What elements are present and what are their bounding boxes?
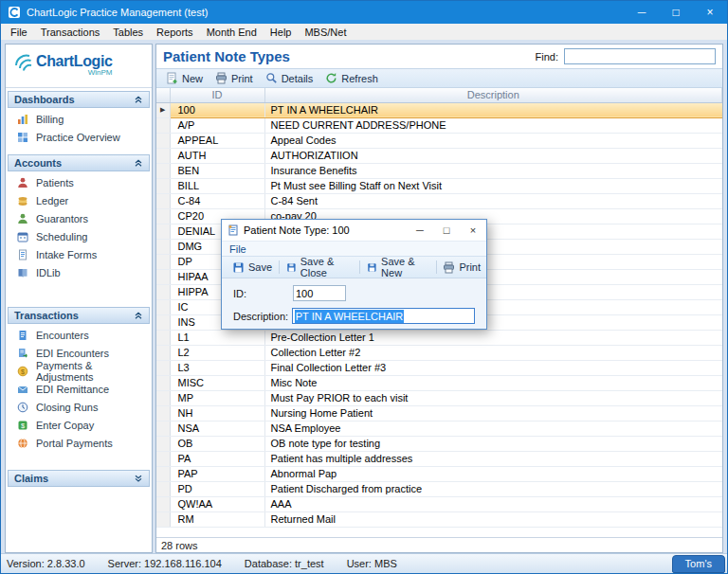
minimize-icon[interactable]: ─ — [625, 1, 659, 24]
id-input[interactable]: 100 — [293, 285, 346, 301]
cell-id[interactable]: BILL — [170, 178, 264, 193]
details-button[interactable]: Details — [261, 71, 321, 85]
cell-description[interactable]: AAA — [264, 496, 722, 511]
menu-file[interactable]: File — [4, 27, 34, 38]
table-row[interactable]: PAPAbnormal Pap — [156, 466, 722, 481]
table-row[interactable]: NSANSA Employee — [156, 421, 722, 436]
maximize-icon[interactable]: □ — [659, 1, 693, 24]
cell-id[interactable]: NSA — [170, 421, 264, 436]
menu-mbsnet[interactable]: MBS/Net — [298, 27, 353, 38]
dialog-print-button[interactable]: Print — [437, 261, 486, 274]
cell-description[interactable]: Collection Letter #2 — [264, 345, 722, 360]
table-row[interactable]: APPEALAppeal Codes — [156, 133, 722, 148]
sidebar-item-enter-copay[interactable]: $ Enter Copay — [6, 416, 152, 434]
close-icon[interactable]: × — [693, 1, 727, 24]
cell-id[interactable]: PD — [170, 481, 264, 496]
sidebar-section-dashboards[interactable]: Dashboards — [8, 91, 150, 108]
cell-description[interactable]: Returned Mail — [264, 511, 722, 527]
sidebar-item-idlib[interactable]: IDLib — [6, 263, 152, 281]
column-header-id[interactable]: ID — [170, 88, 264, 102]
cell-id[interactable]: C-84 — [170, 193, 264, 208]
new-button[interactable]: New — [161, 71, 210, 85]
cell-description[interactable]: Final Collection Letter #3 — [264, 360, 722, 375]
menu-tables[interactable]: Tables — [106, 27, 150, 38]
table-row[interactable]: AUTHAUTHORIZATIION — [156, 148, 722, 163]
sidebar-section-transactions[interactable]: Transactions — [8, 307, 150, 324]
cell-id[interactable]: APPEAL — [170, 133, 264, 148]
cell-description[interactable]: Patient Discharged from practice — [264, 481, 722, 496]
cell-description[interactable]: NEED CURRENT ADDRESS/PHONE — [264, 117, 722, 133]
cell-id[interactable]: QW!AA — [170, 496, 264, 511]
cell-id[interactable]: L3 — [170, 360, 264, 375]
table-row[interactable]: OBOB note type for testing — [156, 436, 722, 451]
table-row[interactable]: RMReturned Mail — [156, 511, 722, 527]
menu-transactions[interactable]: Transactions — [34, 27, 107, 38]
sidebar-item-scheduling[interactable]: Scheduling — [6, 227, 152, 245]
sidebar-item-edi-remittance[interactable]: EDI Remittance — [6, 380, 152, 398]
cell-id[interactable]: MP — [170, 390, 264, 405]
table-row[interactable]: BILLPt Must see Billing Staff on Next Vi… — [156, 178, 722, 193]
cell-description[interactable]: Pt Must see Billing Staff on Next Visit — [264, 178, 722, 193]
table-row[interactable]: A/PNEED CURRENT ADDRESS/PHONE — [156, 117, 722, 133]
table-row[interactable]: PDPatient Discharged from practice — [156, 481, 722, 496]
refresh-button[interactable]: Refresh — [320, 71, 386, 85]
sidebar-item-patients[interactable]: Patients — [6, 173, 152, 191]
description-input[interactable]: PT IN A WHEELCHAIR — [292, 308, 475, 324]
cell-description[interactable]: NSA Employee — [264, 421, 722, 436]
sidebar-item-intake-forms[interactable]: Intake Forms — [6, 245, 152, 263]
sidebar-section-claims[interactable]: Claims — [8, 470, 150, 487]
table-row[interactable]: PAPatient has multiple addresses — [156, 451, 722, 466]
cell-id[interactable]: A/P — [170, 117, 264, 133]
cell-description[interactable]: Abnormal Pap — [264, 466, 722, 481]
sidebar-item-practice-overview[interactable]: Practice Overview — [6, 128, 152, 146]
sidebar-item-portal-payments[interactable]: Portal Payments — [6, 434, 152, 452]
cell-id[interactable]: PA — [170, 451, 264, 466]
cell-description[interactable]: AUTHORIZATIION — [264, 148, 722, 163]
cell-description[interactable]: Must Pay PRIOR to each visit — [264, 390, 722, 405]
cell-description[interactable]: OB note type for testing — [264, 436, 722, 451]
dialog-close-icon[interactable]: × — [460, 220, 486, 241]
table-row[interactable]: NHNursing Home Patient — [156, 405, 722, 421]
menu-help[interactable]: Help — [264, 27, 299, 38]
sidebar-section-accounts[interactable]: Accounts — [8, 154, 150, 171]
table-row[interactable]: MPMust Pay PRIOR to each visit — [156, 390, 722, 405]
title-bar[interactable]: ChartLogic Practice Management (test) ─ … — [1, 1, 727, 24]
print-button[interactable]: Print — [210, 71, 261, 85]
cell-id[interactable]: 100 — [170, 102, 264, 117]
dialog-menu-file[interactable]: File — [229, 243, 246, 255]
cell-description[interactable]: Nursing Home Patient — [264, 405, 722, 421]
table-row[interactable]: C-84C-84 Sent — [156, 193, 722, 208]
cell-id[interactable]: AUTH — [170, 148, 264, 163]
cell-description[interactable]: C-84 Sent — [264, 193, 722, 208]
sidebar-item-closing-runs[interactable]: Closing Runs — [6, 398, 152, 416]
dialog-maximize-icon[interactable]: □ — [433, 220, 460, 241]
sidebar-item-guarantors[interactable]: Guarantors — [6, 209, 152, 227]
menu-reports[interactable]: Reports — [150, 27, 200, 38]
column-header-description[interactable]: Description — [264, 88, 722, 102]
cell-id[interactable]: BEN — [170, 163, 264, 178]
table-row[interactable]: L2Collection Letter #2 — [156, 345, 722, 360]
table-row[interactable]: ▶100PT IN A WHEELCHAIR — [156, 102, 722, 117]
sidebar-item-encounters[interactable]: Encounters — [6, 326, 152, 344]
cell-id[interactable]: NH — [170, 405, 264, 421]
sidebar-item-payments-adjustments[interactable]: $ Payments & Adjustments — [6, 362, 152, 380]
dialog-minimize-icon[interactable]: ─ — [407, 220, 433, 241]
sidebar-item-billing[interactable]: Billing — [6, 110, 152, 128]
cell-description[interactable]: Patient has multiple addresses — [264, 451, 722, 466]
save-and-new-button[interactable]: Save & New — [361, 256, 434, 278]
find-input[interactable] — [564, 48, 716, 64]
table-row[interactable]: MISCMisc Note — [156, 375, 722, 390]
cell-id[interactable]: PAP — [170, 466, 264, 481]
save-and-close-button[interactable]: Save & Close — [281, 256, 358, 278]
save-button[interactable]: Save — [227, 261, 278, 274]
table-row[interactable]: QW!AAAAA — [156, 496, 722, 511]
menu-month-end[interactable]: Month End — [200, 27, 264, 38]
dialog-title-bar[interactable]: Patient Note Type: 100 ─ □ × — [222, 220, 486, 241]
cell-id[interactable]: RM — [170, 511, 264, 527]
table-row[interactable]: BENInsurance Benefits — [156, 163, 722, 178]
cell-description[interactable]: PT IN A WHEELCHAIR — [264, 102, 722, 117]
cell-description[interactable]: Misc Note — [264, 375, 722, 390]
cell-description[interactable]: Insurance Benefits — [264, 163, 722, 178]
sidebar-item-ledger[interactable]: Ledger — [6, 191, 152, 209]
cell-id[interactable]: L2 — [170, 345, 264, 360]
